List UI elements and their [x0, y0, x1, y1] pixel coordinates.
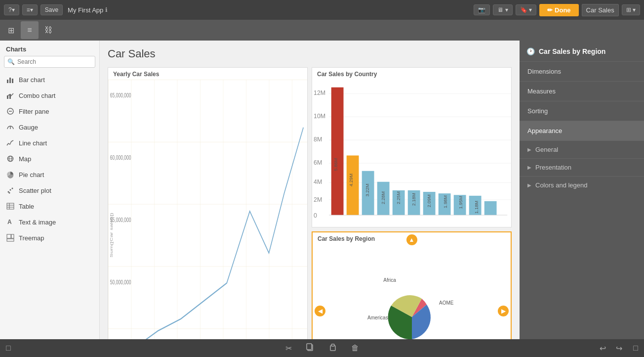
sidebar-item-line-chart[interactable]: Line chart [0, 135, 99, 151]
monitor-button[interactable]: 🖥 ▾ [493, 4, 512, 15]
measures-label: Measures [527, 88, 556, 95]
svg-text:1.18M: 1.18M [474, 201, 479, 214]
sidebar-item-table[interactable]: Table [0, 198, 99, 214]
text-image-icon: A [6, 218, 15, 226]
right-sidebar-general[interactable]: ▶ General [520, 140, 644, 158]
bottombar: □ ✂ 🗑 □ ↩ ↪ [0, 339, 644, 357]
svg-text:50,000,000: 50,000,000 [110, 278, 131, 285]
yearly-chart-title: Yearly Car Sales [108, 68, 307, 80]
grid-options-button[interactable]: ⊞ ▾ [622, 4, 640, 15]
paste-button[interactable] [326, 341, 339, 356]
right-sidebar-title: Car Sales by Region [539, 47, 605, 55]
small-square-left-icon: □ [6, 344, 11, 353]
undo-button[interactable]: ↩ [598, 342, 608, 355]
svg-text:10M: 10M [314, 113, 325, 120]
svg-text:3.22M: 3.22M [365, 183, 370, 196]
sidebar-item-filter-pane[interactable]: Filter pane [0, 103, 99, 119]
small-square-right-button[interactable]: □ [631, 342, 640, 355]
list-view-button[interactable]: ≡ [21, 21, 39, 39]
table-label: Table [19, 203, 34, 210]
country-bar-chart: 12M 10M 8M 6M 4M 2M 0 [312, 80, 511, 227]
treemap-icon [6, 233, 15, 242]
combo-chart-icon [6, 91, 15, 100]
right-sidebar-sorting[interactable]: Sorting [520, 101, 644, 121]
svg-rect-2 [12, 79, 13, 83]
main-layout: Charts 🔍 Bar chart Combo chart Filter pa… [0, 41, 644, 339]
camera-button[interactable]: 📷 [474, 4, 490, 15]
paste-icon [328, 343, 337, 354]
bar-chart-icon [6, 75, 15, 84]
copy-button[interactable] [304, 341, 317, 356]
delete-button[interactable]: 🗑 [349, 342, 361, 355]
done-button[interactable]: ✏ Done [539, 4, 579, 16]
svg-text:8M: 8M [314, 136, 322, 143]
help-button[interactable]: ?▾ [4, 4, 19, 15]
svg-rect-15 [7, 203, 14, 209]
line-chart-label: Line chart [19, 139, 47, 147]
sidebar-item-combo-chart[interactable]: Combo chart [0, 88, 99, 103]
colors-legend-label: Colors and legend [535, 181, 588, 189]
sidebar-item-pie-chart[interactable]: Pie chart [0, 167, 99, 182]
svg-point-13 [12, 188, 13, 189]
filter-pane-icon [6, 107, 15, 116]
left-sidebar: Charts 🔍 Bar chart Combo chart Filter pa… [0, 41, 100, 339]
nav-arrow-left[interactable]: ◀ [315, 306, 325, 316]
right-sidebar-appearance[interactable]: Appearance [520, 121, 644, 140]
scissors-icon: ✂ [285, 344, 292, 353]
center-area: Car Sales Yearly Car Sales 6 [100, 41, 520, 339]
pencil-icon: ✏ [547, 6, 553, 14]
menu-button[interactable]: ≡▾ [22, 4, 38, 15]
svg-text:A: A [7, 219, 12, 225]
info-icon: ℹ [105, 6, 108, 13]
link-button[interactable]: ⛓ [40, 21, 57, 39]
bookmark-button[interactable]: 🔖 ▾ [516, 4, 536, 15]
search-input[interactable] [4, 56, 95, 68]
svg-rect-73 [484, 201, 497, 215]
sheet-name-label: Car Sales [582, 4, 619, 16]
svg-text:0: 0 [314, 212, 317, 219]
sidebar-item-scatter-plot[interactable]: Scatter plot [0, 182, 99, 198]
bar-chart-label: Bar chart [19, 76, 45, 84]
topbar-right: 📷 🖥 ▾ 🔖 ▾ ✏ Done Car Sales ⊞ ▾ [474, 4, 640, 16]
undo-redo-group: ↩ ↪ [598, 342, 624, 355]
redo-button[interactable]: ↪ [614, 342, 624, 355]
right-sidebar-colors-legend[interactable]: ▶ Colors and legend [520, 176, 644, 194]
right-sidebar-measures[interactable]: Measures [520, 81, 644, 101]
trash-icon: 🗑 [351, 344, 359, 353]
nav-arrow-right[interactable]: ▶ [498, 306, 509, 316]
svg-text:2.28M: 2.28M [381, 191, 386, 204]
right-sidebar-dimensions[interactable]: Dimensions [520, 61, 644, 81]
search-box: 🔍 [4, 56, 95, 68]
filter-pane-label: Filter pane [19, 108, 49, 115]
grid-icon: ⊞ [8, 26, 14, 35]
save-button[interactable]: Save [40, 4, 63, 15]
svg-rect-22 [7, 239, 14, 241]
sidebar-item-bar-chart[interactable]: Bar chart [0, 72, 99, 88]
text-image-label: Text & image [19, 219, 56, 226]
presentation-expand-arrow: ▶ [527, 165, 531, 170]
car-sales-country-panel[interactable]: Car Sales by Country 12M 10M 8M 6M 4M 2M… [312, 67, 512, 227]
sidebar-item-gauge[interactable]: Gauge [0, 119, 99, 135]
svg-text:1.95M: 1.95M [458, 196, 463, 209]
country-chart-title: Car Sales by Country [312, 68, 511, 80]
grid-view-button[interactable]: ⊞ [2, 21, 20, 39]
cut-button[interactable]: ✂ [283, 342, 294, 355]
sidebar-item-treemap[interactable]: Treemap [0, 230, 99, 246]
svg-rect-80 [307, 344, 312, 350]
small-square-left-button[interactable]: □ [4, 342, 13, 355]
svg-text:5.86M: 5.86M [333, 158, 338, 171]
svg-text:60,000,000: 60,000,000 [110, 154, 131, 161]
right-sidebar-presentation[interactable]: ▶ Presentation [520, 158, 644, 176]
nav-arrow-top[interactable]: ▲ [406, 234, 417, 245]
region-chart-body: Africa Americas AOME [313, 244, 511, 340]
sidebar-item-text-image[interactable]: A Text & image [0, 214, 99, 230]
sidebar-item-map[interactable]: Map [0, 151, 99, 167]
colors-legend-expand-arrow: ▶ [527, 182, 531, 188]
car-sales-region-panel[interactable]: Car Sales by Region ▲ ◀ ▶ ▼ Africa Ameri… [312, 231, 512, 340]
svg-rect-1 [9, 78, 11, 83]
svg-text:AOME: AOME [439, 300, 454, 306]
yearly-car-sales-panel[interactable]: Yearly Car Sales 65,000,000 60,000,000 [108, 67, 308, 339]
sorting-label: Sorting [527, 107, 548, 115]
svg-text:Africa: Africa [383, 277, 396, 283]
redo-icon: ↪ [616, 344, 622, 353]
